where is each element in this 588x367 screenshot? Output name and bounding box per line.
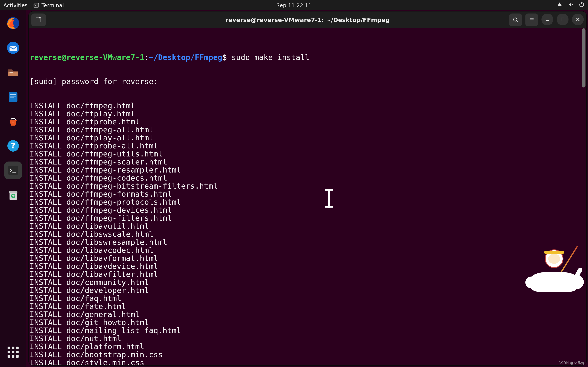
output-line: INSTALL doc/ffmpeg-formats.html xyxy=(29,190,586,198)
output-line: INSTALL doc/ffplay.html xyxy=(29,109,586,117)
svg-rect-22 xyxy=(561,18,564,21)
prompt-sigil: $ xyxy=(222,53,227,62)
output-line: INSTALL doc/ffmpeg-utils.html xyxy=(29,150,586,158)
output-line: INSTALL doc/libavfilter.html xyxy=(29,270,586,278)
network-status-icon[interactable] xyxy=(557,1,562,9)
output-line: INSTALL doc/libavutil.html xyxy=(29,222,586,230)
svg-text:?: ? xyxy=(11,141,15,150)
clock[interactable]: Sep 11 22:11 xyxy=(276,2,311,8)
new-tab-button[interactable] xyxy=(31,14,46,26)
terminal-window: reverse@reverse-VMware7-1: ~/Desktop/FFm… xyxy=(29,11,586,365)
output-line: INSTALL doc/ffmpeg-resampler.html xyxy=(29,166,586,174)
hamburger-menu-button[interactable] xyxy=(525,14,538,26)
terminal-titlebar[interactable]: reverse@reverse-VMware7-1: ~/Desktop/FFm… xyxy=(29,11,586,28)
output-line: INSTALL doc/ffplay-all.html xyxy=(29,133,586,142)
output-line: INSTALL doc/ffmpeg.html xyxy=(29,101,586,109)
output-line: INSTALL doc/ffmpeg-all.html xyxy=(29,125,586,133)
output-line: INSTALL doc/community.html xyxy=(29,278,586,286)
power-status-icon[interactable] xyxy=(579,1,585,9)
focused-app-menu[interactable]: Terminal xyxy=(34,2,64,8)
dock-software[interactable] xyxy=(4,112,22,130)
svg-rect-20 xyxy=(39,17,40,18)
output-line: INSTALL doc/libswresample.html xyxy=(29,238,586,246)
output-line: INSTALL doc/libavdevice.html xyxy=(29,262,586,270)
show-applications-button[interactable] xyxy=(4,343,22,361)
terminal-viewport[interactable]: reverse@reverse-VMware7-1:~/Desktop/FFmp… xyxy=(29,28,586,365)
svg-rect-8 xyxy=(10,94,16,94)
output-line: INSTALL doc/fate.html xyxy=(29,302,586,310)
assistant-mascot-icon xyxy=(529,245,580,292)
window-title: reverse@reverse-VMware7-1: ~/Desktop/FFm… xyxy=(225,17,390,23)
ubuntu-dock: ? xyxy=(0,10,26,367)
dock-firefox[interactable] xyxy=(4,14,22,32)
output-line: INSTALL doc/git-howto.html xyxy=(29,318,586,326)
output-line: INSTALL doc/ffmpeg-bitstream-filters.htm… xyxy=(29,182,586,190)
dock-trash[interactable] xyxy=(4,186,22,204)
dock-help[interactable]: ? xyxy=(4,137,22,155)
prompt-line: reverse@reverse-VMware7-1:~/Desktop/FFmp… xyxy=(29,53,586,61)
activities-button[interactable]: Activities xyxy=(3,2,27,8)
output-line: INSTALL doc/bootstrap.min.css xyxy=(29,350,586,359)
entered-command: sudo make install xyxy=(232,53,309,62)
output-line: INSTALL doc/platform.html xyxy=(29,342,586,350)
output-line: INSTALL doc/developer.html xyxy=(29,286,586,294)
maximize-button[interactable] xyxy=(557,14,569,25)
svg-rect-14 xyxy=(8,166,18,175)
close-button[interactable] xyxy=(572,14,584,25)
output-line: INSTALL doc/ffmpeg-scaler.html xyxy=(29,158,586,166)
svg-rect-15 xyxy=(9,192,17,200)
dock-writer[interactable] xyxy=(4,88,22,106)
dock-files[interactable] xyxy=(4,63,22,81)
svg-rect-9 xyxy=(10,96,16,96)
gnome-top-bar: Activities Terminal Sep 11 22:11 xyxy=(0,0,588,10)
output-line: INSTALL doc/nut.html xyxy=(29,334,586,342)
dock-terminal[interactable] xyxy=(4,162,22,179)
output-line: INSTALL doc/libavcodec.html xyxy=(29,246,586,254)
svg-rect-11 xyxy=(12,122,14,122)
install-output: INSTALL doc/ffmpeg.htmlINSTALL doc/ffpla… xyxy=(29,101,586,365)
search-button[interactable] xyxy=(509,14,522,26)
prompt-user-host: reverse@reverse-VMware7-1 xyxy=(30,53,144,62)
prompt-path: ~/Desktop/FFmpeg xyxy=(149,53,222,62)
svg-rect-0 xyxy=(34,3,39,7)
svg-rect-5 xyxy=(8,72,18,76)
output-line: INSTALL doc/libswscale.html xyxy=(29,230,586,238)
watermark-text: CSDN @林凡昔 xyxy=(558,361,585,365)
output-line: INSTALL doc/style.min.css xyxy=(29,359,586,365)
focused-app-label: Terminal xyxy=(42,2,64,8)
terminal-app-icon xyxy=(34,2,39,8)
output-line: INSTALL doc/general.html xyxy=(29,310,586,318)
output-line: INSTALL doc/ffprobe.html xyxy=(29,117,586,125)
output-line: INSTALL doc/ffprobe-all.html xyxy=(29,142,586,150)
output-line: INSTALL doc/ffmpeg-filters.html xyxy=(29,214,586,222)
svg-rect-7 xyxy=(9,92,17,102)
output-line: INSTALL doc/mailing-list-faq.html xyxy=(29,326,586,334)
scrollbar-thumb[interactable] xyxy=(582,28,586,87)
sudo-password-line: [sudo] password for reverse: xyxy=(29,77,586,85)
svg-rect-6 xyxy=(9,72,13,73)
prompt-sep: : xyxy=(144,53,149,62)
output-line: INSTALL doc/ffmpeg-devices.html xyxy=(29,206,586,214)
svg-rect-2 xyxy=(581,2,582,4)
svg-rect-16 xyxy=(9,191,17,193)
minimize-button[interactable] xyxy=(541,14,553,25)
show-applications-icon xyxy=(8,347,18,358)
svg-rect-10 xyxy=(10,98,14,98)
output-line: INSTALL doc/libavformat.html xyxy=(29,254,586,262)
output-line: INSTALL doc/ffmpeg-codecs.html xyxy=(29,174,586,182)
svg-point-21 xyxy=(513,18,517,21)
volume-status-icon[interactable] xyxy=(568,1,574,9)
output-line: INSTALL doc/faq.html xyxy=(29,294,586,302)
output-line: INSTALL doc/ffmpeg-protocols.html xyxy=(29,198,586,206)
dock-thunderbird[interactable] xyxy=(4,39,22,57)
